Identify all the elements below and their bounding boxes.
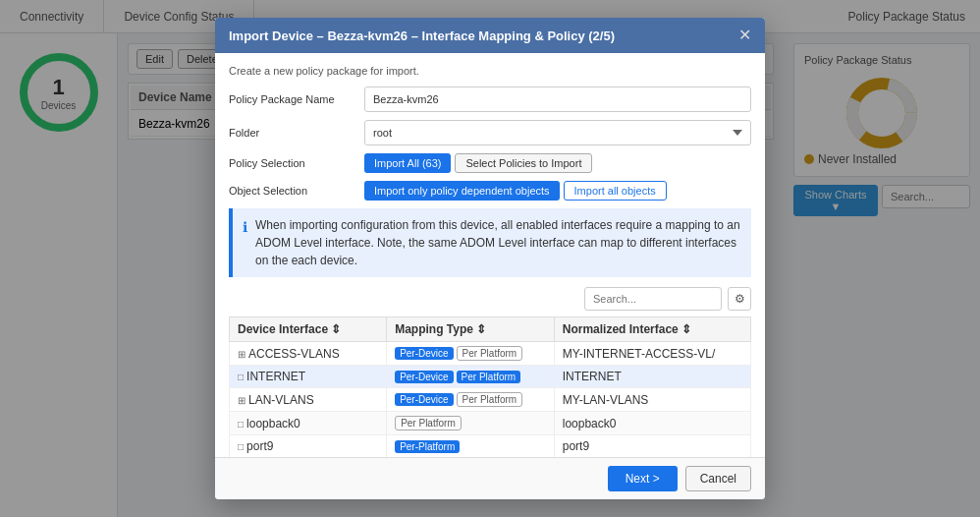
- modal-footer: Next > Cancel: [215, 457, 765, 499]
- policy-package-name-row: Policy Package Name: [229, 86, 751, 112]
- per-platform-outline: Per Platform: [457, 346, 523, 361]
- folder-select[interactable]: root: [364, 120, 751, 145]
- table-row[interactable]: ⊞ACCESS-VLANSPer-DevicePer PlatformMY-IN…: [230, 342, 751, 366]
- policy-selection-row: Policy Selection Import All (63) Select …: [229, 153, 751, 173]
- device-name: LAN-VLANS: [248, 393, 314, 407]
- cancel-button[interactable]: Cancel: [685, 466, 751, 491]
- mapping-table: Device Interface ⇕ Mapping Type ⇕ Normal…: [229, 316, 751, 457]
- normalized-interface-cell: MY-LAN-VLANS: [554, 388, 750, 412]
- import-all-button[interactable]: Import All (63): [364, 153, 451, 173]
- select-policies-button[interactable]: Select Policies to Import: [455, 153, 592, 173]
- device-icon: □: [238, 372, 244, 382]
- device-interface-cell: □port9: [230, 435, 387, 458]
- col-device-interface: Device Interface ⇕: [230, 317, 387, 342]
- per-platform-outline: Per Platform: [395, 416, 462, 431]
- mapping-type-cell: Per Platform: [387, 412, 555, 435]
- device-name: loopback0: [246, 417, 300, 431]
- next-button[interactable]: Next >: [608, 466, 678, 491]
- object-selection-buttons: Import only policy dependent objects Imp…: [364, 181, 751, 201]
- normalized-interface-cell: MY-INTERNET-ACCESS-VL/: [554, 342, 750, 366]
- modal-header: Import Device – Bezza-kvm26 – Interface …: [215, 18, 765, 53]
- policy-selection-buttons: Import All (63) Select Policies to Impor…: [364, 153, 751, 173]
- policy-selection-label: Policy Selection: [229, 157, 356, 169]
- device-icon: □: [238, 419, 244, 430]
- table-row[interactable]: □INTERNETPer-DevicePer PlatformINTERNET: [230, 366, 751, 388]
- import-dependent-button[interactable]: Import only policy dependent objects: [364, 181, 560, 201]
- device-icon: □: [238, 441, 244, 452]
- policy-package-name-input[interactable]: [364, 86, 751, 112]
- info-box: ℹ When importing configuration from this…: [229, 208, 751, 277]
- modal-body: Create a new policy package for import. …: [215, 53, 765, 457]
- per-device-badge: Per-Device: [395, 371, 453, 383]
- per-device-badge: Per-Device: [395, 347, 453, 360]
- device-interface-cell: ⊞LAN-VLANS: [230, 388, 387, 412]
- modal-overlay: Import Device – Bezza-kvm26 – Interface …: [0, 0, 980, 517]
- gear-button[interactable]: ⚙: [728, 287, 751, 311]
- object-selection-label: Object Selection: [229, 185, 356, 197]
- per-device-badge: Per-Device: [395, 393, 453, 406]
- search-bar-row: ⚙: [229, 287, 751, 311]
- folder-row: Folder root: [229, 120, 751, 145]
- modal-title: Import Device – Bezza-kvm26 – Interface …: [229, 29, 615, 43]
- col-normalized-interface: Normalized Interface ⇕: [554, 317, 750, 342]
- device-icon: ⊞: [238, 395, 245, 406]
- per-platform-badge: Per Platform: [457, 371, 521, 383]
- device-interface-cell: □loopback0: [230, 412, 387, 435]
- modal-description: Create a new policy package for import.: [229, 65, 751, 77]
- import-modal: Import Device – Bezza-kvm26 – Interface …: [215, 18, 765, 499]
- mapping-type-cell: Per-DevicePer Platform: [387, 366, 555, 388]
- device-interface-cell: ⊞ACCESS-VLANS: [230, 342, 387, 366]
- table-row[interactable]: □loopback0Per Platformloopback0: [230, 412, 751, 435]
- device-interface-cell: □INTERNET: [230, 366, 387, 388]
- table-row[interactable]: ⊞LAN-VLANSPer-DevicePer PlatformMY-LAN-V…: [230, 388, 751, 412]
- mapping-type-cell: Per-Platform: [387, 435, 555, 458]
- device-name: ACCESS-VLANS: [248, 347, 340, 361]
- table-search-input[interactable]: [584, 287, 722, 311]
- policy-package-name-label: Policy Package Name: [229, 93, 356, 105]
- object-selection-row: Object Selection Import only policy depe…: [229, 181, 751, 201]
- normalized-interface-cell: port9: [554, 435, 750, 458]
- info-icon: ℹ: [243, 217, 247, 238]
- device-name: INTERNET: [246, 370, 305, 383]
- close-button[interactable]: ✕: [738, 28, 751, 43]
- folder-label: Folder: [229, 127, 356, 139]
- mapping-type-cell: Per-DevicePer Platform: [387, 388, 555, 412]
- per-platform-badge: Per-Platform: [395, 440, 460, 453]
- table-row[interactable]: □port9Per-Platformport9: [230, 435, 751, 458]
- device-icon: ⊞: [238, 349, 245, 360]
- normalized-interface-cell: INTERNET: [554, 366, 750, 388]
- col-mapping-type: Mapping Type ⇕: [387, 317, 555, 342]
- per-platform-outline: Per Platform: [457, 392, 523, 407]
- normalized-interface-cell: loopback0: [554, 412, 750, 435]
- device-name: port9: [246, 439, 273, 453]
- mapping-type-cell: Per-DevicePer Platform: [387, 342, 555, 366]
- import-all-objects-button[interactable]: Import all objects: [564, 181, 667, 201]
